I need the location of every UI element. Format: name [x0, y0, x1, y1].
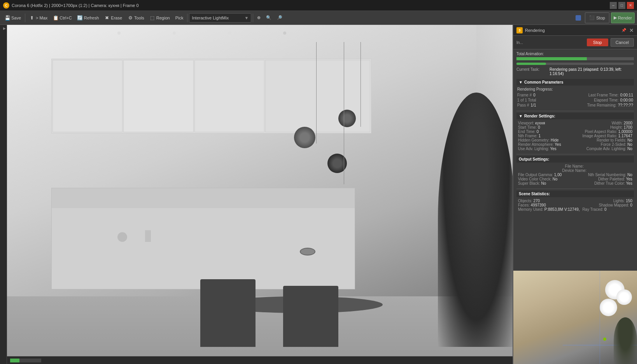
zoom-out-icon: 🔎 — [277, 15, 282, 20]
output-settings-group: Output Settings: File Name: Device Name:… — [516, 156, 634, 186]
objects-label: Objects: — [518, 199, 532, 203]
image-aspect-value: 1.17647 — [618, 134, 632, 138]
super-black-label: Super Black: — [518, 181, 540, 186]
time-remaining-right: Time Remaining: ??:??:?? — [587, 103, 633, 107]
lights-kv: Lights: 150 — [613, 199, 632, 203]
preview-accent-point — [603, 338, 606, 341]
lights-label: Lights: — [613, 199, 625, 203]
pick-button[interactable]: Pick — [173, 12, 186, 23]
region-button[interactable]: ⬚ Region — [147, 12, 172, 23]
device-name-row: Device Name: — [518, 168, 632, 173]
dither-paletted-label: Dither Paletted: — [598, 177, 625, 181]
nth-frame-value: 1 — [539, 134, 541, 138]
stop-button[interactable]: ⬛ Stop — [585, 12, 609, 23]
title-bar: C Corona 6 (Hotfix 2) | 2000×1700px (1:2… — [0, 0, 637, 11]
frame-label: Frame # — [517, 93, 532, 97]
end-time-label: End Time: — [518, 130, 536, 134]
render-settings-title: Render Settings: — [524, 114, 555, 118]
file-name-label: File Name: — [565, 164, 584, 168]
minimize-button[interactable]: – — [610, 2, 617, 9]
maximize-button[interactable]: □ — [618, 2, 625, 9]
pixel-aspect-label: Pixel Aspect Ratio: — [585, 130, 617, 134]
rendering-panel: 3 Rendering 📌 ✕ In... Stop Cancel Total … — [513, 25, 637, 364]
compute-adv-value: No — [627, 147, 632, 151]
lights-value: 150 — [626, 199, 632, 203]
pin-icon[interactable]: 📌 — [621, 28, 626, 32]
zoom-in-button[interactable]: 🔍 — [264, 12, 274, 23]
lamp-2 — [338, 110, 356, 127]
start-time-label: Start Time: — [518, 125, 537, 130]
pixel-aspect-value: 1,00000 — [618, 130, 632, 134]
time-remaining-value: ??:??:?? — [618, 103, 633, 107]
gamma-nth-row: File Output Gamma: 1,00 Nth Serial Numbe… — [518, 173, 632, 177]
render-stop-button[interactable]: Stop — [587, 38, 608, 46]
hidden-render-fields-row: Hidden Geometry: Hide Render to Fields: … — [518, 138, 632, 142]
video-color-label: Video Color Check: — [518, 177, 551, 181]
nth-frame-kv: Nth Frame: 1 — [518, 134, 541, 138]
current-task-label: Current Task: — [516, 67, 550, 76]
render-atmos-label: Render Atmosphere: — [518, 142, 554, 147]
zoom-out-button[interactable]: 🔎 — [275, 12, 285, 23]
rendering-panel-close-button[interactable]: ✕ — [629, 27, 634, 33]
total-label: 1 of 1 Total — [517, 98, 536, 102]
color-picker-button[interactable] — [573, 12, 583, 23]
time-remaining-label: Time Remaining: — [587, 103, 616, 107]
dither-true-kv: Dither True Color: Yes — [594, 181, 632, 186]
common-parameters-header[interactable]: ▼ Common Parameters — [516, 79, 634, 86]
divider-3 — [516, 189, 634, 189]
counter-object-1 — [117, 232, 127, 242]
erase-button[interactable]: ✖ Erase — [102, 12, 124, 23]
tomax-button[interactable]: ⬆ > Max — [27, 12, 50, 23]
ctrlc-button[interactable]: 📋 Ctrl+C — [51, 12, 74, 23]
use-adv-value: Yes — [550, 147, 556, 151]
pass-left: Pass # 1/1 — [517, 103, 536, 107]
use-adv-kv: Use Adv. Lighting: Yes — [518, 147, 556, 151]
zoom-fit-icon: ⊕ — [257, 15, 261, 20]
end-pixel-row: End Time: 0 Pixel Aspect Ratio: 1,00000 — [518, 130, 632, 134]
device-name-label: Device Name: — [562, 168, 587, 173]
viewport-width-row: Viewport: кухня Width: 2000 — [518, 121, 632, 125]
preview-tree — [614, 317, 637, 364]
start-time-value: 0 — [538, 125, 540, 130]
video-color-value: No — [553, 177, 558, 181]
lamp-wire-3 — [344, 42, 344, 184]
compute-adv-label: Compute Adv. Lighting: — [586, 147, 626, 151]
preview-guide-v — [600, 271, 600, 364]
stop-icon: ⬛ — [589, 15, 595, 20]
super-black-kv: Super Black: No — [518, 181, 546, 186]
dropdown-arrow-icon: ▼ — [245, 16, 249, 20]
render-viewport — [7, 25, 559, 364]
nth-frame-label: Nth Frame: — [518, 134, 537, 138]
render-cancel-button[interactable]: Cancel — [611, 38, 634, 47]
sidebar-tab-1[interactable]: ▶ — [1, 26, 6, 42]
zoom-fit-button[interactable]: ⊕ — [255, 12, 263, 23]
close-button[interactable]: ✕ — [627, 2, 634, 9]
gamma-value: 1,00 — [554, 173, 562, 177]
lamp-wire-2 — [360, 42, 361, 127]
render-settings-header[interactable]: ▼ Render Settings: — [516, 113, 634, 119]
common-parameters-group: ▼ Common Parameters Rendering Progress: … — [516, 79, 634, 108]
render-progress-bar — [516, 63, 634, 65]
render-image — [7, 25, 559, 364]
end-time-value: 0 — [537, 130, 539, 134]
save-button[interactable]: 💾 Save — [2, 12, 23, 23]
render-button[interactable]: ▶ Render — [611, 12, 635, 23]
refresh-button[interactable]: 🔄 Refresh — [75, 12, 102, 23]
dither-true-value: Yes — [626, 181, 632, 186]
lower-cabinets — [51, 188, 355, 290]
status-progress-bar — [10, 359, 41, 362]
pixel-aspect-kv: Pixel Aspect Ratio: 1,00000 — [585, 130, 632, 134]
video-dither-row: Video Color Check: No Dither Paletted: Y… — [518, 177, 632, 181]
window-controls: – □ ✕ — [610, 2, 634, 9]
ray-traced-value: 0 — [604, 207, 607, 212]
render-to-fields-value: No — [627, 138, 632, 142]
tools-button[interactable]: ⚙ Tools — [125, 12, 147, 23]
scene-statistics-header[interactable]: Scene Statistics: — [516, 191, 634, 197]
lightmix-dropdown[interactable]: Interactive LightMix ▼ — [189, 13, 251, 23]
hidden-geo-kv: Hidden Geometry: Hide — [518, 138, 559, 142]
super-black-value: No — [541, 181, 546, 186]
output-settings-header[interactable]: Output Settings: — [516, 156, 634, 163]
left-sidebar: ▶ — [0, 25, 7, 364]
tools-icon: ⚙ — [128, 15, 133, 21]
viewport-kv: Viewport: кухня — [518, 121, 545, 125]
